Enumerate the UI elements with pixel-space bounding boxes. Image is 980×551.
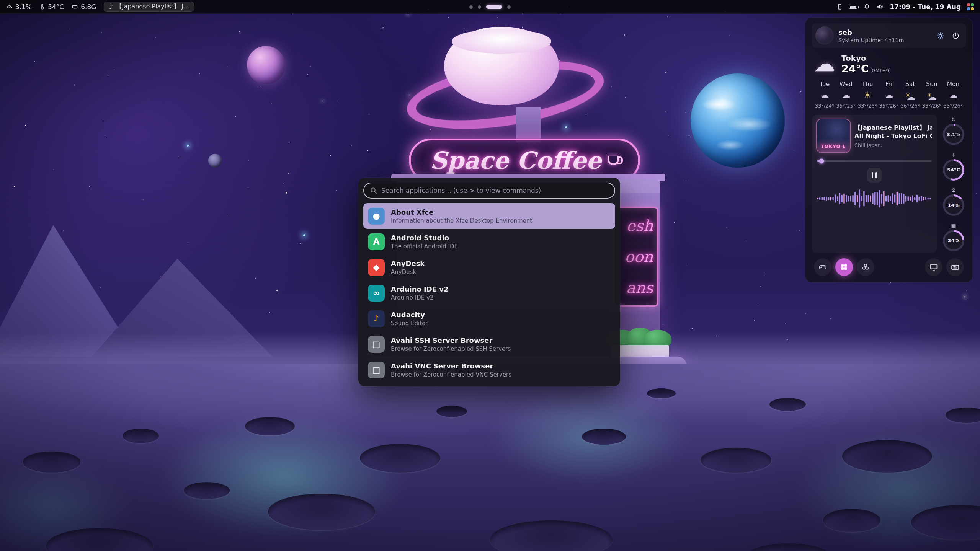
memory-gauge: ⚙ 14% bbox=[943, 187, 964, 216]
star bbox=[288, 173, 289, 174]
disk-gauge: ▣ 24% bbox=[943, 223, 964, 251]
workspace-dot[interactable] bbox=[469, 5, 473, 9]
star bbox=[369, 114, 369, 115]
star bbox=[382, 27, 384, 28]
clock[interactable]: 17:09 - Tue, 19 Aug bbox=[890, 3, 961, 11]
star bbox=[178, 156, 178, 157]
star bbox=[307, 74, 308, 75]
launcher-search-box[interactable] bbox=[363, 183, 615, 199]
forecast-day-name: Fri bbox=[885, 81, 892, 88]
star bbox=[692, 328, 693, 329]
keyboard-button[interactable] bbox=[946, 258, 964, 276]
star bbox=[689, 135, 689, 136]
app-name: Arduino IDE v2 bbox=[391, 285, 449, 293]
forecast-day-temps: 36°/26° bbox=[901, 103, 920, 109]
forecast-day: Tue 33°/24° bbox=[814, 81, 835, 109]
gamepad-button[interactable] bbox=[814, 258, 831, 276]
notification-bell-icon[interactable] bbox=[864, 3, 870, 10]
workspace-active-pill[interactable] bbox=[486, 5, 502, 9]
star bbox=[799, 230, 800, 231]
forecast-day-name: Tue bbox=[820, 81, 830, 88]
app-row-audacity[interactable]: ♪ Audacity Sound Editor bbox=[363, 306, 615, 331]
star bbox=[330, 155, 331, 156]
forecast-day-icon bbox=[927, 90, 937, 101]
star bbox=[103, 121, 103, 121]
star bbox=[665, 72, 666, 73]
theme-palette-button[interactable] bbox=[857, 258, 874, 276]
temperature-gauge-ring: 54°C bbox=[943, 159, 964, 181]
screen-record-button[interactable] bbox=[925, 258, 942, 276]
app-texts: Android Studio The official Android IDE bbox=[391, 234, 458, 250]
app-grid-button[interactable] bbox=[835, 258, 853, 276]
forecast-day-temps: 33°/24° bbox=[815, 103, 834, 109]
workspace-dot[interactable] bbox=[478, 5, 481, 9]
forecast-day: Fri 35°/26° bbox=[878, 81, 900, 109]
app-name: About Xfce bbox=[391, 208, 532, 216]
star bbox=[351, 145, 352, 146]
battery-icon[interactable] bbox=[849, 5, 858, 9]
star bbox=[114, 69, 114, 70]
star bbox=[64, 230, 64, 231]
star bbox=[101, 32, 102, 33]
star bbox=[764, 274, 765, 274]
earth-planet bbox=[691, 73, 785, 168]
star bbox=[665, 111, 665, 112]
app-name: Avahi VNC Server Browser bbox=[391, 362, 511, 370]
app-row-avahi-vnc[interactable]: □ Avahi VNC Server Browser Browse for Ze… bbox=[363, 357, 615, 383]
power-button[interactable] bbox=[949, 29, 962, 42]
app-desc: Browse for Zeroconf-enabled VNC Servers bbox=[391, 371, 511, 378]
weather-forecast: Tue 33°/24° Wed 35°/25° Thu 33°/26° Fri bbox=[814, 81, 964, 109]
volume-icon[interactable] bbox=[876, 3, 884, 10]
star bbox=[53, 169, 54, 170]
disk-gauge-ring: 24% bbox=[943, 230, 964, 251]
forecast-day-name: Thu bbox=[862, 81, 873, 88]
star bbox=[188, 242, 188, 243]
system-monitors: 3.1% 54°C 6.8G ♪ 【Japanese Playlist】 J..… bbox=[6, 2, 194, 12]
icon-glyph: □ bbox=[372, 365, 381, 375]
app-overview-icon[interactable] bbox=[967, 3, 974, 10]
cpu-gauge-icon: ↻ bbox=[951, 116, 956, 122]
workspace-dot[interactable] bbox=[507, 5, 511, 9]
pause-button[interactable] bbox=[867, 168, 882, 183]
app-row-avahi-ssh[interactable]: □ Avahi SSH Server Browser Browse for Ze… bbox=[363, 331, 615, 357]
weather-temp-value: 24°C bbox=[841, 63, 869, 75]
cup-rim bbox=[452, 29, 551, 54]
weather-widget: ☁ Tokyo 24°C(GMT+9) Tue 33°/24° Wed bbox=[812, 48, 966, 110]
settings-button[interactable] bbox=[933, 29, 947, 42]
track-title-line2: All Night - Tokyo LoFi Chill... bbox=[854, 132, 932, 140]
weather-temp: 24°C(GMT+9) bbox=[841, 63, 891, 75]
app-desc: Browse for Zeroconf-enabled SSH Servers bbox=[391, 346, 511, 352]
star bbox=[300, 243, 301, 244]
star bbox=[746, 240, 746, 241]
star bbox=[25, 125, 26, 126]
star bbox=[14, 186, 15, 187]
search-input[interactable] bbox=[381, 187, 608, 194]
star bbox=[288, 142, 289, 142]
forecast-day-name: Sat bbox=[905, 81, 915, 88]
app-row-anydesk[interactable]: ◆ AnyDesk AnyDesk bbox=[363, 254, 615, 280]
app-desc: Arduino IDE v2 bbox=[391, 294, 449, 301]
pause-icon bbox=[872, 172, 873, 178]
app-texts: Avahi VNC Server Browser Browse for Zero… bbox=[391, 362, 511, 378]
purple-planet bbox=[247, 46, 285, 84]
audacity-icon: ♪ bbox=[368, 310, 385, 327]
app-row-arduino-ide[interactable]: ∞ Arduino IDE v2 Arduino IDE v2 bbox=[363, 280, 615, 306]
now-playing-chip[interactable]: ♪ 【Japanese Playlist】 J... bbox=[104, 2, 194, 12]
star bbox=[754, 320, 755, 321]
star bbox=[74, 84, 75, 86]
star bbox=[686, 178, 686, 178]
seek-knob[interactable] bbox=[819, 158, 824, 163]
now-playing-label: 【Japanese Playlist】 J... bbox=[116, 3, 189, 11]
gamepad-icon bbox=[818, 262, 827, 272]
forecast-day-temps: 33°/26° bbox=[944, 103, 963, 109]
connected-device-icon[interactable] bbox=[836, 3, 843, 10]
app-row-about-xfce[interactable]: ● About Xfce Information about the Xfce … bbox=[363, 203, 615, 229]
keyboard-icon bbox=[951, 262, 960, 272]
top-bar: 3.1% 54°C 6.8G ♪ 【Japanese Playlist】 J..… bbox=[0, 0, 980, 14]
weather-cloud-icon: ☁ bbox=[814, 53, 835, 75]
icon-glyph: □ bbox=[372, 339, 381, 349]
app-row-android-studio[interactable]: A Android Studio The official Android ID… bbox=[363, 229, 615, 254]
star bbox=[368, 150, 368, 151]
track-texts: 【Japanese Playlist】 Japan All Night - To… bbox=[854, 124, 932, 148]
seek-bar[interactable] bbox=[817, 158, 932, 163]
